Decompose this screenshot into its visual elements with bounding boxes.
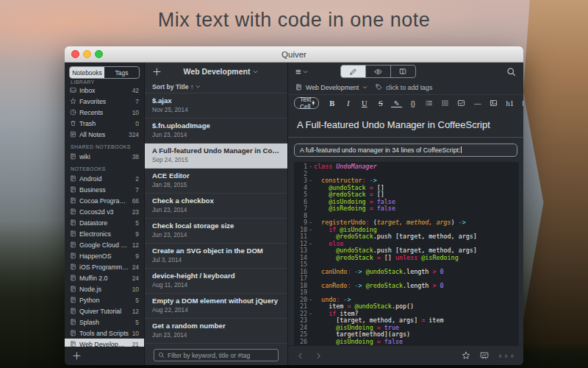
sidebar-item-muffin-2-0[interactable]: Muffin 2.024 [65, 272, 144, 283]
sidebar-item-web-development[interactable]: Web Development21 [65, 339, 144, 347]
fold-marker[interactable]: - [307, 241, 314, 248]
sidebar-item-splash[interactable]: Splash5 [65, 316, 144, 328]
strikethrough-button[interactable]: S [373, 97, 388, 109]
sidebar-item-trash[interactable]: Trash0 [65, 118, 144, 129]
more-options-button[interactable]: ○ ○ ○ [498, 353, 514, 358]
notebook-title-dropdown[interactable]: Web Development [162, 67, 280, 76]
fold-marker [307, 331, 314, 339]
sidebar-item-business[interactable]: Business7 [65, 184, 144, 195]
presentation-mode-button[interactable] [480, 351, 489, 360]
numbered-list-button[interactable] [437, 97, 453, 109]
next-note-button[interactable] [315, 351, 322, 361]
sidebar-scroll-area[interactable]: LIBRARYInbox42Favorites7Recents10Trash0A… [65, 79, 144, 347]
sidebar-tab-notebooks[interactable]: Notebooks [70, 67, 104, 78]
sidebar-item-ios-programming[interactable]: iOS Programming24 [65, 261, 144, 272]
bullet-list-button[interactable] [421, 97, 437, 109]
underline-button[interactable]: U [356, 97, 372, 109]
sidebar-item-recents[interactable]: Recents10 [65, 107, 144, 118]
previous-note-button[interactable] [297, 351, 304, 361]
sidebar-item-quiver-tutorial[interactable]: Quiver Tutorial12 [65, 305, 144, 316]
sidebar-section-label: SHARED NOTEBOOKS [65, 140, 144, 151]
note-list[interactable]: $.ajaxNov 25, 2014$.fn.uploadImageJun 23… [145, 93, 287, 345]
note-item-title: Create an SVG object in the DOM [152, 247, 280, 255]
note-list-item[interactable]: ACE EditorJan 28, 2015 [145, 169, 287, 194]
zoom-window-button[interactable] [95, 50, 103, 58]
bold-button[interactable]: B [324, 97, 340, 109]
filter-input[interactable]: Filter by keyword, title or #tag [154, 349, 279, 361]
minimize-window-button[interactable] [83, 50, 91, 58]
note-item-date: Jun 23, 2014 [152, 232, 280, 238]
text-cell[interactable]: A full-featured undo manager in 34 lines… [294, 144, 517, 157]
split-mode-button[interactable] [390, 66, 415, 77]
window-titlebar[interactable]: Quiver [65, 46, 523, 63]
preview-mode-button[interactable] [365, 66, 390, 77]
note-list-item[interactable]: Get a random numberJun 23, 2014 [145, 319, 287, 344]
favorite-star-button[interactable] [462, 351, 470, 360]
sidebar-item-label: Inbox [79, 87, 130, 94]
cell-menu-button[interactable]: ≡ [295, 66, 308, 77]
note-search-button[interactable] [506, 67, 516, 77]
edit-mode-button[interactable] [341, 66, 365, 77]
note-list-item[interactable]: A Full-featured Undo Manager in Coffee..… [145, 144, 287, 169]
add-tags-field[interactable]: click to add tags [386, 84, 432, 91]
image-button[interactable] [486, 97, 501, 109]
note-list-item[interactable]: Check local storage sizeJun 23, 2014 [145, 219, 287, 244]
sidebar-item-tools-and-scripts[interactable]: Tools and Scripts10 [65, 328, 144, 339]
sidebar-item-android[interactable]: Android2 [65, 173, 144, 184]
note-notebook-dropdown[interactable]: Web Development [306, 84, 359, 91]
sidebar-item-electronics[interactable]: Electronics9 [65, 228, 144, 239]
fold-marker [307, 191, 314, 199]
heading2-button[interactable]: h2 [518, 97, 523, 109]
italic-button[interactable]: I [340, 97, 356, 109]
note-title[interactable]: A Full-featured Undo Manager in CoffeeSc… [288, 111, 523, 130]
horizontal-rule-button[interactable]: — [470, 97, 485, 109]
fold-marker[interactable]: - [307, 227, 314, 234]
text-cell-content: A full-featured undo manager in 34 lines… [300, 146, 460, 154]
sidebar-item-node-js[interactable]: Node.js10 [65, 283, 144, 294]
fold-marker[interactable]: - [307, 297, 314, 304]
sidebar-item-favorites[interactable]: Favorites7 [65, 96, 144, 107]
notebook-icon [70, 241, 79, 248]
fold-marker [307, 255, 314, 262]
close-window-button[interactable] [71, 50, 79, 58]
sidebar-item-google-cloud-platform[interactable]: Google Cloud Platform12 [65, 239, 144, 250]
note-list-item[interactable]: $.ajaxNov 25, 2014 [145, 93, 287, 118]
note-list-item[interactable]: Empty a DOM element without jQueryAug 22… [145, 294, 287, 319]
sidebar-item-cocos2d-v3[interactable]: Cocos2d v323 [65, 206, 144, 217]
sidebar-item-all-notes[interactable]: All Notes324 [65, 129, 144, 140]
notebook-icon [70, 319, 79, 325]
sidebar-item-cocoa-programming[interactable]: Cocoa Programming66 [65, 195, 144, 206]
sidebar-item-label: Web Development [79, 341, 130, 347]
code-cell[interactable]: 1-class UndoManager23- constructor: ->4 … [294, 162, 519, 345]
sidebar-item-label: All Notes [79, 131, 126, 138]
sort-dropdown[interactable]: Sort by Title ↑ [145, 80, 287, 93]
sidebar-item-count: 9 [135, 230, 139, 238]
fold-marker [307, 269, 314, 276]
notebook-icon [70, 219, 79, 226]
sidebar-item-count: 7 [135, 186, 139, 194]
note-list-item[interactable]: Check a checkboxJun 23, 2014 [145, 194, 287, 219]
sidebar-item-datastore[interactable]: Datastore5 [65, 217, 144, 228]
heading1-button[interactable]: h1 [502, 97, 517, 109]
sidebar-tab-tags[interactable]: Tags [104, 67, 139, 78]
add-note-button[interactable] [152, 67, 162, 77]
note-list-item[interactable]: device-height / keyboardAug 11, 2014 [145, 269, 287, 294]
sidebar-item-happenos[interactable]: HappenOS9 [65, 250, 144, 261]
checklist-button[interactable] [453, 97, 469, 109]
inline-code-button[interactable]: {} [405, 97, 420, 109]
fold-marker[interactable]: - [307, 163, 314, 171]
fold-marker[interactable]: - [307, 311, 314, 318]
note-list-item[interactable]: $.fn.uploadImageJun 23, 2014 [145, 118, 287, 144]
add-notebook-button[interactable] [72, 351, 82, 361]
fold-marker[interactable]: - [307, 177, 314, 185]
cell-type-select[interactable]: Text Cell ▲▼ [294, 97, 319, 109]
sidebar-item-python[interactable]: Python5 [65, 294, 144, 305]
sidebar-item-label: Splash [79, 319, 133, 326]
sidebar-item-inbox[interactable]: Inbox42 [65, 85, 144, 96]
note-list-item[interactable]: Create an SVG object in the DOMJul 3, 20… [145, 244, 287, 269]
fold-marker [307, 283, 314, 290]
notebooks-sidebar: NotebooksTags LIBRARYInbox42Favorites7Re… [65, 63, 145, 365]
sidebar-item-wiki[interactable]: wiki38 [65, 151, 144, 162]
text-caret [461, 146, 462, 153]
highlight-pen-button[interactable]: ✎ [389, 97, 404, 109]
